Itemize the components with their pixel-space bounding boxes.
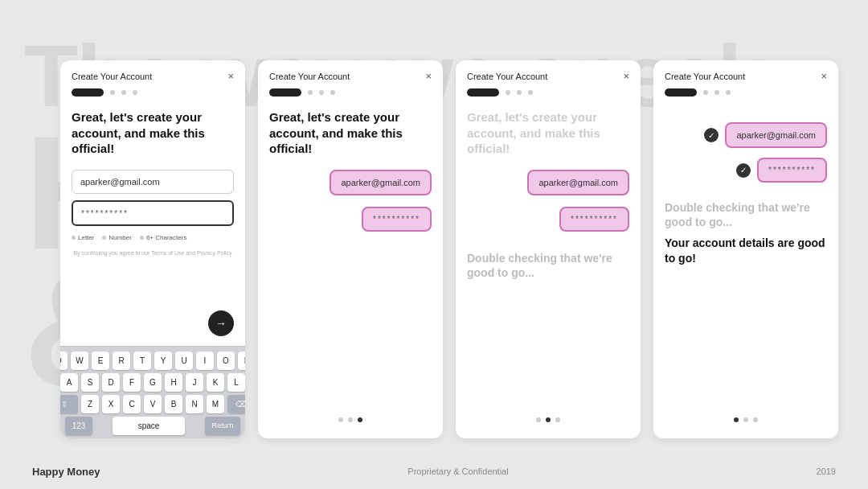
card-4-password-row: ✓ ********** xyxy=(736,158,827,183)
card-3-header: Create Your Account × xyxy=(456,60,641,88)
validation-row: Letter Number 6+ Characters xyxy=(72,234,234,241)
key-v[interactable]: V xyxy=(144,395,162,413)
card-3-checking: Double checking that we're good to go... xyxy=(467,251,629,280)
card-4-bottom-dots xyxy=(665,409,827,429)
card-4-title: Create Your Account xyxy=(665,72,745,81)
footer-brand: Happy Money xyxy=(32,466,100,478)
keyboard-row-1: Q W E R T Y U I O P xyxy=(63,351,242,370)
b-dot-3-1 xyxy=(536,417,541,422)
key-shift[interactable]: ⇧ xyxy=(60,395,78,413)
val-dot-chars xyxy=(140,236,144,240)
card-3-bottom-dots xyxy=(467,409,629,429)
card-2-inputs: aparker@gmail.com ********** xyxy=(269,170,432,238)
card-1-progress xyxy=(60,88,245,103)
key-q[interactable]: Q xyxy=(60,351,68,370)
card-4-progress xyxy=(653,88,838,103)
key-return[interactable]: Return xyxy=(205,417,240,435)
arrow-button[interactable]: → xyxy=(208,310,234,336)
card-1-close[interactable]: × xyxy=(227,70,234,82)
card-3-progress xyxy=(456,88,641,103)
progress-pill xyxy=(72,88,104,97)
email-input-1[interactable]: aparker@gmail.com xyxy=(72,170,234,194)
key-d[interactable]: D xyxy=(102,373,120,392)
card-2-body: Great, let's create your account, and ma… xyxy=(258,103,443,438)
key-j[interactable]: J xyxy=(186,373,203,392)
card-2-email[interactable]: aparker@gmail.com xyxy=(330,170,432,195)
key-backspace[interactable]: ⌫ xyxy=(227,395,245,413)
key-f[interactable]: F xyxy=(123,373,141,392)
card-4-inputs: ✓ aparker@gmail.com ✓ ********** xyxy=(665,122,827,187)
card-4-password[interactable]: ********** xyxy=(757,158,827,183)
key-y[interactable]: Y xyxy=(154,351,172,370)
key-e[interactable]: E xyxy=(92,351,109,370)
b-dot-2-1 xyxy=(338,417,343,422)
key-s[interactable]: S xyxy=(81,373,99,392)
val-number: Number xyxy=(102,234,131,241)
card-2-title: Create Your Account xyxy=(269,72,350,81)
val-letter: Letter xyxy=(72,234,94,241)
password-input-1[interactable]: ********** xyxy=(72,200,234,226)
key-x[interactable]: X xyxy=(102,395,120,413)
progress-dot-3 xyxy=(133,90,137,95)
card-1: Create Your Account × Great, let's creat… xyxy=(60,60,245,438)
progress-pill-3 xyxy=(467,88,499,97)
card-1-title: Create Your Account xyxy=(72,72,152,81)
progress-dot-2 xyxy=(121,90,126,95)
progress-pill-2 xyxy=(269,88,301,97)
keyboard-row-2: A S D F G H J K L xyxy=(63,373,242,392)
progress-dot-2c xyxy=(330,90,335,95)
card-2-close[interactable]: × xyxy=(425,70,432,82)
footer: Happy Money Proprietary & Confidential 2… xyxy=(0,454,868,489)
key-a[interactable]: A xyxy=(60,373,78,392)
b-dot-4-1 xyxy=(734,417,739,422)
progress-dot-2b xyxy=(319,90,324,95)
b-dot-4-3 xyxy=(753,417,758,422)
footer-year: 2019 xyxy=(817,466,836,476)
card-4-close[interactable]: × xyxy=(821,70,827,82)
key-n[interactable]: N xyxy=(186,395,203,413)
card-3-close[interactable]: × xyxy=(623,70,629,82)
cards-container: Create Your Account × Great, let's creat… xyxy=(60,60,844,438)
card-2-pwd-dots: ********** xyxy=(373,215,420,224)
key-123[interactable]: 123 xyxy=(65,417,92,435)
card-3-email[interactable]: aparker@gmail.com xyxy=(527,170,629,195)
key-r[interactable]: R xyxy=(113,351,130,370)
progress-dot-4b xyxy=(714,90,719,95)
card-4-email[interactable]: aparker@gmail.com xyxy=(725,122,827,148)
key-m[interactable]: M xyxy=(207,395,224,413)
key-o[interactable]: O xyxy=(217,351,235,370)
key-b[interactable]: B xyxy=(165,395,182,413)
keyboard-row-3: ⇧ Z X C V B N M ⌫ xyxy=(63,395,242,413)
password-dots-1: ********** xyxy=(81,209,129,218)
card-4-pwd-dots: ********** xyxy=(768,166,816,175)
key-space[interactable]: space xyxy=(113,417,185,435)
key-c[interactable]: C xyxy=(123,395,141,413)
key-w[interactable]: W xyxy=(71,351,88,370)
key-p[interactable]: P xyxy=(238,351,245,370)
key-k[interactable]: K xyxy=(207,373,224,392)
key-h[interactable]: H xyxy=(165,373,182,392)
val-chars: 6+ Characters xyxy=(140,234,186,241)
card-2-password[interactable]: ********** xyxy=(362,207,432,232)
card-2-heading: Great, let's create your account, and ma… xyxy=(269,109,432,157)
key-l[interactable]: L xyxy=(227,373,245,392)
key-g[interactable]: G xyxy=(144,373,162,392)
b-dot-2-2 xyxy=(348,417,353,422)
key-t[interactable]: T xyxy=(133,351,151,370)
card-2-bottom-dots xyxy=(269,409,432,429)
card-2: Create Your Account × Great, let's creat… xyxy=(258,60,443,438)
key-z[interactable]: Z xyxy=(81,395,99,413)
progress-dot-4c xyxy=(726,90,731,95)
progress-pill-4 xyxy=(665,88,697,97)
card-3-pwd-dots: ********** xyxy=(571,215,618,224)
b-dot-3-3 xyxy=(555,417,560,422)
card-4-checking-faded: Double checking that we're good to go... xyxy=(665,200,827,229)
card-2-progress xyxy=(258,88,443,103)
key-i[interactable]: I xyxy=(196,351,214,370)
card-3-title: Create Your Account xyxy=(467,72,547,81)
keyboard[interactable]: Q W E R T Y U I O P A S D F G H J K L xyxy=(60,346,245,438)
progress-dot-4a xyxy=(703,90,708,95)
card-3-password[interactable]: ********** xyxy=(559,207,629,232)
card-3-heading-faded: Great, let's create your account, and ma… xyxy=(467,109,629,157)
key-u[interactable]: U xyxy=(175,351,193,370)
